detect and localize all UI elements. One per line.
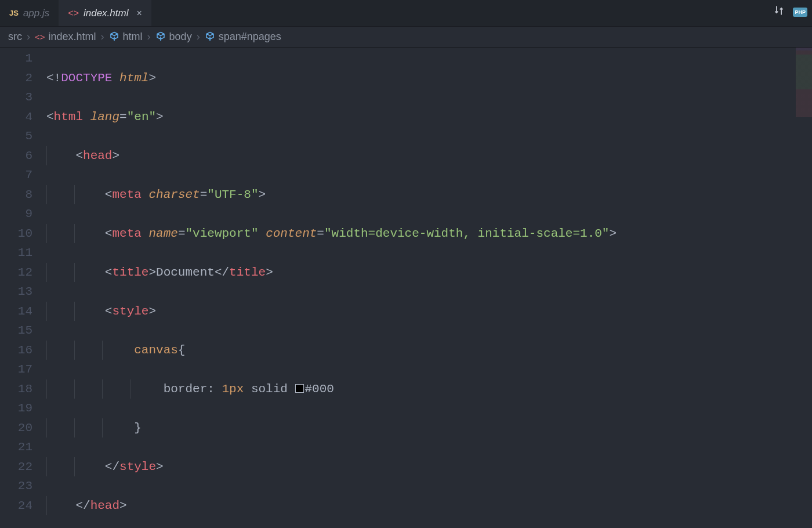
color-swatch-icon	[295, 384, 304, 393]
breadcrumb-item[interactable]: index.html	[49, 31, 96, 43]
breadcrumb: src › <> index.html › html › body › span…	[0, 27, 812, 48]
symbol-icon	[155, 31, 166, 43]
tab-label: app.js	[23, 8, 49, 19]
compare-icon[interactable]	[773, 5, 785, 19]
symbol-icon	[109, 31, 119, 43]
breadcrumb-item[interactable]: span#npages	[219, 31, 281, 43]
breadcrumb-item[interactable]: src	[8, 31, 22, 43]
code-line: <meta name="viewport" content="width=dev…	[46, 224, 812, 244]
breadcrumb-item[interactable]: html	[123, 31, 143, 43]
symbol-icon	[205, 31, 215, 43]
code-line: </head>	[46, 496, 812, 516]
chevron-right-icon: ›	[27, 31, 30, 43]
tab-appjs[interactable]: JS app.js	[0, 0, 59, 26]
close-icon[interactable]: ×	[136, 8, 142, 19]
code-line: </style>	[46, 457, 812, 477]
code-line: <meta charset="UTF-8">	[46, 185, 812, 205]
code-line: <!DOCTYPE html>	[46, 68, 812, 88]
code-line: <style>	[46, 302, 812, 321]
code-line: canvas{	[46, 341, 812, 360]
html-icon: <>	[68, 8, 79, 19]
html-icon: <>	[35, 32, 45, 42]
php-icon[interactable]: PHP	[793, 8, 807, 17]
chevron-right-icon: ›	[197, 31, 200, 43]
minimap[interactable]	[796, 48, 812, 117]
line-gutter: 123456789101112131415161718192021222324	[0, 48, 46, 528]
code-line: <title>Document</title>	[46, 263, 812, 283]
code-line: <head>	[46, 146, 812, 166]
code-line: }	[46, 418, 812, 438]
js-icon: JS	[9, 9, 19, 17]
code-content[interactable]: <!DOCTYPE html> <html lang="en"> <head> …	[46, 48, 812, 528]
tab-bar: JS app.js <> index.html ×	[0, 0, 812, 27]
chevron-right-icon: ›	[101, 31, 104, 43]
editor-actions: PHP	[773, 5, 807, 19]
breadcrumb-item[interactable]: body	[169, 31, 192, 43]
code-line: border: 1px solid #000	[46, 379, 812, 399]
code-editor[interactable]: 123456789101112131415161718192021222324 …	[0, 48, 812, 528]
tab-label: index.html	[84, 8, 128, 19]
chevron-right-icon: ›	[147, 31, 151, 43]
code-line: <html lang="en">	[46, 107, 812, 127]
tab-indexhtml[interactable]: <> index.html ×	[59, 0, 151, 26]
